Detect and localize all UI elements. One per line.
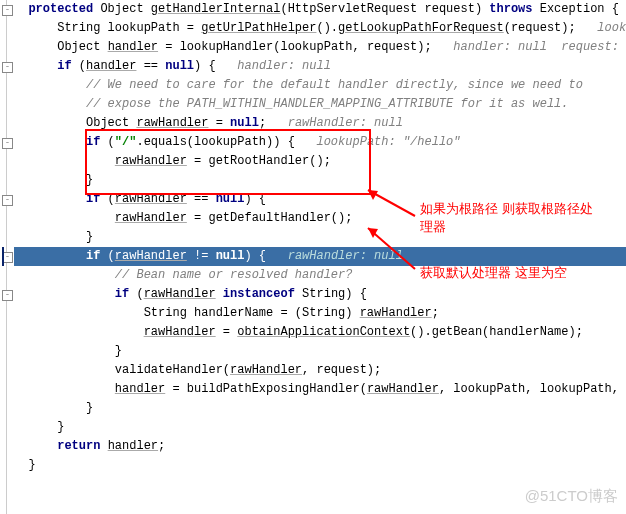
code-line: }	[14, 399, 626, 418]
annotation-text: 如果为根路径 则获取根路径处理器	[420, 200, 600, 236]
code-line: if (rawHandler instanceof String) {	[14, 285, 626, 304]
code-line: Object handler = lookupHandler(lookupPat…	[14, 38, 626, 57]
code-editor[interactable]: protected Object getHandlerInternal(Http…	[14, 0, 626, 475]
fold-icon[interactable]: -	[2, 138, 13, 149]
annotation-text: 获取默认处理器 这里为空	[420, 264, 620, 282]
code-line: // We need to care for the default handl…	[14, 76, 626, 95]
code-line: }	[14, 342, 626, 361]
code-line: protected Object getHandlerInternal(Http…	[14, 0, 626, 19]
code-line: rawHandler = getRootHandler();	[14, 152, 626, 171]
code-line: if (handler == null) { handler: null	[14, 57, 626, 76]
code-line: String lookupPath = getUrlPathHelper().g…	[14, 19, 626, 38]
code-line: // expose the PATH_WITHIN_HANDLER_MAPPIN…	[14, 95, 626, 114]
code-line: rawHandler = obtainApplicationContext().…	[14, 323, 626, 342]
code-line: Object rawHandler = null; rawHandler: nu…	[14, 114, 626, 133]
text-cursor	[2, 247, 4, 266]
code-line: }	[14, 171, 626, 190]
fold-icon[interactable]: -	[2, 5, 13, 16]
code-line: }	[14, 456, 626, 475]
code-line: return handler;	[14, 437, 626, 456]
fold-icon[interactable]: -	[2, 62, 13, 73]
code-line: if ("/".equals(lookupPath)) { lookupPath…	[14, 133, 626, 152]
fold-icon[interactable]: -	[2, 290, 13, 301]
code-line: }	[14, 418, 626, 437]
code-line: String handlerName = (String) rawHandler…	[14, 304, 626, 323]
fold-icon[interactable]: -	[2, 195, 13, 206]
watermark: @51CTO博客	[525, 484, 618, 508]
code-line: handler = buildPathExposingHandler(rawHa…	[14, 380, 626, 399]
code-line: validateHandler(rawHandler, request);	[14, 361, 626, 380]
